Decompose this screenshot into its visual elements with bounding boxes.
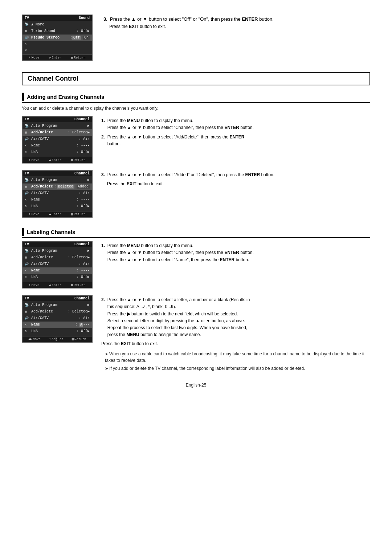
labeling-panel2-footer: ◀▶ Move ⬆ Adjust ▦ Return [23, 336, 92, 342]
labeling-tv-panel2: TV Channel 📡 Auto Program ▶ ▦ Add/Delete… [22, 295, 93, 343]
aircatv-icon2: 🔊 [25, 191, 31, 196]
labeling-row-name1: ✕ Name : ---- [23, 267, 92, 274]
lna-val1: : Off [77, 150, 87, 155]
l-add-delete-label2: Add/Delete [31, 309, 68, 314]
footer-enter: ↵ Enter [49, 56, 61, 60]
lna-label1: LNA [31, 150, 77, 155]
sound-step3: 3. Press the ▲ or ▼ button to select "Of… [103, 16, 370, 22]
sound-menu-title: Sound [79, 16, 90, 20]
l-name-label1: Name [31, 268, 77, 273]
labeling-panel2-header: TV Channel [23, 296, 92, 301]
lna-arrow2: ▶ [87, 204, 90, 209]
l-name-icon1: ✕ [25, 268, 31, 273]
l-lna-val1: : Off [77, 275, 87, 280]
l-lna-val2: : Off [77, 329, 87, 334]
heading-bar [22, 93, 24, 101]
volume-icon: 🔊 [25, 36, 31, 40]
l-name-label2: Name [31, 322, 75, 327]
l-aircatv-val2: : Air [79, 316, 90, 321]
labeling-bar [22, 228, 24, 236]
gear-icon: ⚙ [25, 48, 31, 53]
auto-prog-arrow1: ▶ [87, 124, 90, 129]
channel-control-heading: Channel Control [22, 72, 370, 85]
adding-erasing-title: Adding and Erasing Channels [27, 94, 104, 100]
adding-panel2-col: TV Channel 📡 Auto Program ▶ ▦ Add/Delete… [22, 170, 93, 218]
l-add-delete-arrow2: ▶ [87, 309, 90, 314]
sound-panel-header: TV Sound [23, 15, 92, 21]
footer-move-a1: ⬆ Move [29, 158, 39, 162]
name-val1: : ---- [77, 143, 90, 148]
name-label2: Name [31, 197, 77, 202]
adding-panel2-section: TV Channel 📡 Auto Program ▶ ▦ Add/Delete… [22, 170, 370, 218]
adding-tv-label2: TV [25, 171, 29, 175]
labeling-panel1-col: TV Channel 📡 Auto Program ▶ ▦ Add/Delete… [22, 241, 93, 288]
note-add-delete: If you add or delete the TV channel, the… [101, 365, 370, 372]
labeling-row-add-delete2: ▦ Add/Delete : Deleted ▶ [23, 308, 92, 315]
footer-return-l2: ▦ Return [72, 337, 86, 341]
footer-enter-a1: ↵ Enter [49, 158, 61, 162]
l-auto-prog-arrow1: ▶ [87, 249, 90, 254]
l-add-delete-icon2: ▦ [25, 310, 31, 314]
labeling-step2-text: 2. Press the ▲ or ▼ button to select a l… [101, 295, 370, 371]
add-delete-icon1: ▦ [25, 130, 31, 135]
lna-icon1: ⚙ [25, 150, 31, 155]
tv-row-turbo-sound: ▦ Turbo Sound : Off ▶ [23, 28, 92, 35]
footer-adjust-l2: ⬆ Adjust [49, 337, 64, 341]
footer-move-l2: ◀▶ Move [28, 337, 40, 341]
name-icon2: ✕ [25, 198, 31, 202]
sound-tv-panel: TV Sound 📡 ▲ More ▦ Turbo Sound : Off ▶ [22, 15, 93, 61]
adding-row-name1: ✕ Name : ---- [23, 142, 92, 149]
adding-erasing-section: Adding and Erasing Channels You can add … [22, 93, 370, 218]
pseudo-label: Pseudo Stereo [31, 35, 70, 40]
l-aircatv-icon1: 🔊 [25, 262, 31, 267]
footer-move-a2: ⬆ Move [29, 212, 39, 216]
l-aircatv-label1: Air/CATV [31, 262, 79, 267]
adding-row-auto-prog1: 📡 Auto Program ▶ [23, 123, 92, 129]
labeling-tv-label1: TV [25, 242, 29, 246]
adding-step3: 3. Press the ▲ or ▼ button to select "Ad… [101, 171, 370, 178]
adding-erasing-desc: You can add or delete a channel to displ… [22, 106, 370, 111]
adding-step1: 1. Press the MENU button to display the … [101, 117, 370, 131]
labeling-panel1-section: TV Channel 📡 Auto Program ▶ ▦ Add/Delete… [22, 241, 370, 288]
footer-enter-a2: ↵ Enter [49, 212, 61, 216]
footer-move-l1: ⬆ Move [29, 283, 39, 287]
name-val2: : ---- [77, 197, 90, 202]
adding-row-lna2: ⚙ LNA : Off ▶ [23, 203, 92, 210]
pseudo-dropdown: Off On [72, 35, 90, 40]
l-lna-icon2: ⚙ [25, 329, 31, 334]
aircatv-label1: Air/CATV [31, 137, 79, 142]
adding-steps-1-2: 1. Press the MENU button to display the … [101, 116, 370, 148]
tv-row-more: 📡 ▲ More [23, 21, 92, 28]
add-delete-label2: Add/Delete [31, 184, 55, 189]
turbo-value: : Off [77, 29, 87, 34]
l-name-icon2: ✕ [25, 323, 31, 327]
l-auto-prog-label1: Auto Program [31, 249, 87, 254]
labeling-menu-title1: Channel [74, 242, 90, 246]
add-delete-dropdown2: Deleted Added [57, 184, 90, 189]
adding-menu-title1: Channel [74, 117, 90, 121]
dropdown-on: On [83, 36, 90, 40]
adding-tv-panel1: TV Channel 📡 Auto Program ▶ ▦ Add/Delete… [22, 116, 93, 163]
turbo-label: Turbo Sound [31, 29, 77, 34]
footer-return: ▦ Return [71, 56, 86, 60]
footer-return-l1: ▦ Return [71, 283, 86, 287]
labeling-step2: 2. Press the ▲ or ▼ button to select a l… [101, 296, 370, 338]
adding-erasing-heading: Adding and Erasing Channels [22, 93, 370, 103]
l-lna-icon1: ⚙ [25, 275, 31, 280]
l-auto-prog-icon1: 📡 [25, 249, 31, 254]
l-lna-label2: LNA [31, 329, 77, 334]
labeling-panel2-col: TV Channel 📡 Auto Program ▶ ▦ Add/Delete… [22, 295, 93, 343]
labeling-menu-title2: Channel [74, 296, 90, 300]
l-auto-prog-arrow2: ▶ [87, 303, 90, 308]
aircatv-val2: : Air [79, 191, 90, 196]
footer-enter-l1: ↵ Enter [49, 283, 61, 287]
sound-instructions: 3. Press the ▲ or ▼ button to select "Of… [103, 15, 370, 29]
more-label: ▲ More [31, 22, 90, 27]
footer-return-a1: ▦ Return [71, 158, 86, 162]
sound-exit: Press the EXIT button to exit. [109, 24, 370, 29]
labeling-tv-label2: TV [25, 296, 29, 300]
l-lna-arrow2: ▶ [87, 329, 90, 334]
labeling-tv-panel1: TV Channel 📡 Auto Program ▶ ▦ Add/Delete… [22, 241, 93, 288]
page-number: English-25 [22, 383, 370, 388]
labeling-row-add-delete1: ▦ Add/Delete : Deleted ▶ [23, 254, 92, 261]
